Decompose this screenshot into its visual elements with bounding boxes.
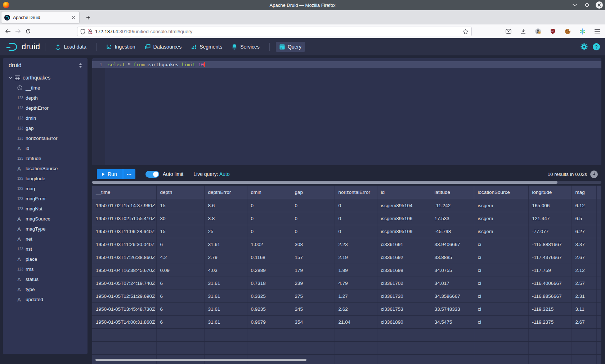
url-bar[interactable]: 172.18.0.4:30109/unified-console.html#qu… [77,27,472,36]
cell-id[interactable]: iscgem895104 [377,199,431,212]
cell-horizontalError[interactable]: 2.23 [335,238,377,251]
back-icon[interactable] [3,26,13,36]
cell-longitude[interactable]: -115.8881667 [528,238,572,251]
forward-icon[interactable] [13,26,23,36]
cell-dmin[interactable]: 0 [247,199,291,212]
cell-depth[interactable]: 6 [156,315,204,328]
cell-longitude[interactable]: -119.3215 [528,302,572,315]
cell-horizontalError[interactable]: 1.27 [335,290,377,302]
cell-locationSource[interactable]: iscgem [474,225,528,238]
cell-latitude[interactable]: 34.5475 [431,315,474,328]
settings-gear-icon[interactable] [581,43,588,50]
cell-dmin[interactable]: 0 [247,212,291,225]
cell-horizontalError[interactable]: 4.79 [335,277,377,290]
cell-mag[interactable]: 3.37 [572,238,596,251]
cell-gap[interactable]: 275 [291,290,335,302]
scrollbar-thumb[interactable] [92,181,557,184]
cell-dmin[interactable]: 0.1168 [247,251,291,264]
sidebar-column-depth[interactable]: 123depth [3,93,88,103]
sidebar-column-type[interactable]: Atype [3,284,88,294]
druid-brand[interactable]: druid [6,42,40,52]
nav-segments[interactable]: Segments [187,42,226,52]
cell-id[interactable]: ci3361698 [377,264,431,277]
cell-__time[interactable]: 1950-01-05T14:00:31.860Z [92,315,156,328]
sidebar-column-latitude[interactable]: 123latitude [3,153,88,163]
cookie-icon[interactable] [563,26,573,36]
cell-gap[interactable]: 239 [291,277,335,290]
sidebar-column-mag[interactable]: 123mag [3,183,88,194]
cell-horizontalError[interactable]: 2.19 [335,251,377,264]
cell-gap[interactable]: 354 [291,315,335,328]
cell-longitude[interactable]: -116.4006667 [528,277,572,290]
cell-mag[interactable]: 3.11 [572,302,596,315]
downloads-icon[interactable] [518,26,528,36]
column-header-locationSource[interactable]: locationSource [474,186,528,199]
cell-latitude[interactable]: 33.8885 [431,251,474,264]
column-header-latitude[interactable]: latitude [431,186,474,199]
cell-depthError[interactable]: 31.61 [204,277,247,290]
column-header-gap[interactable]: gap [291,186,335,199]
cell-id[interactable]: iscgem895109 [377,225,431,238]
cell-mag[interactable]: 6.27 [572,225,596,238]
sidebar-column-horizontalError[interactable]: 123horizontalError [3,133,88,143]
cell-longitude[interactable]: -117.759 [528,264,572,277]
help-icon[interactable]: ? [593,43,600,50]
shield-icon[interactable] [80,29,85,35]
cell-depthError[interactable]: 31.61 [204,290,247,302]
reload-icon[interactable] [23,26,33,36]
cell-dmin[interactable]: 0.2889 [247,264,291,277]
sidebar-column-depthError[interactable]: 123depthError [3,103,88,113]
cell-depth[interactable]: 6 [156,290,204,302]
cell-depth[interactable]: 0.09 [156,264,204,277]
cell-depthError[interactable]: 4.03 [204,264,247,277]
column-header-longitude[interactable]: longitude [528,186,572,199]
cell-mag[interactable]: 6.5 [572,212,596,225]
pocket-icon[interactable] [503,26,514,36]
column-header-horizontalError[interactable]: horizontalError [335,186,377,199]
sidebar-column-magSource[interactable]: AmagSource [3,214,88,224]
cell-id[interactable]: ci3361753 [377,302,431,315]
cell-depth[interactable]: 15 [156,199,204,212]
nav-ingestion[interactable]: Ingestion [103,42,139,52]
cell-gap[interactable]: 179 [291,264,335,277]
cell-horizontalError[interactable]: 2.62 [335,302,377,315]
cell-mag[interactable]: 2.57 [572,277,596,290]
cell-gap[interactable]: 0 [291,225,335,238]
sidebar-column-magError[interactable]: 123magError [3,194,88,204]
cell-locationSource[interactable]: iscgem [474,199,528,212]
cell-depth[interactable]: 6 [156,302,204,315]
cell-latitude[interactable]: 34.0755 [431,264,474,277]
sidebar-column-magType[interactable]: AmagType [3,224,88,234]
download-results-icon[interactable] [590,170,598,178]
sidebar-column-nst[interactable]: 123nst [3,244,88,254]
cell-__time[interactable]: 1950-01-05T12:51:29.690Z [92,290,156,302]
column-header-depth[interactable]: depth [156,186,204,199]
sidebar-column-__time[interactable]: __time [3,83,88,93]
window-maximize-icon[interactable] [583,1,591,9]
cell-locationSource[interactable]: ci [474,251,528,264]
cell-locationSource[interactable]: ci [474,290,528,302]
sql-text[interactable]: select * from earthquakes limit 10 [108,62,205,67]
nav-services[interactable]: Services [228,42,263,52]
cell-latitude[interactable]: 17.533 [431,212,474,225]
cell-depthError[interactable]: 2.79 [204,251,247,264]
nav-query[interactable]: Query [276,42,305,52]
cell-mag[interactable]: 2.12 [572,264,596,277]
cell-horizontalError[interactable]: 1.89 [335,264,377,277]
cell-depthError[interactable]: 8.6 [204,199,247,212]
cell-horizontalError[interactable]: 0 [335,212,377,225]
column-header-mag[interactable]: mag [572,186,596,199]
cell-gap[interactable]: 245 [291,302,335,315]
cell-dmin[interactable]: 0.9235 [247,302,291,315]
cell-__time[interactable]: 1950-01-03T17:26:38.860Z [92,251,156,264]
sidebar-column-locationSource[interactable]: AlocationSource [3,163,88,173]
sidebar-column-status[interactable]: Astatus [3,274,88,284]
cell-__time[interactable]: 1950-01-02T15:14:37.960Z [92,199,156,212]
sidebar-column-place[interactable]: Aplace [3,254,88,264]
cell-depth[interactable]: 15 [156,225,204,238]
cell-gap[interactable]: 308 [291,238,335,251]
url-text[interactable]: 172.18.0.4:30109/unified-console.html#qu… [95,29,463,34]
sidebar-column-updated[interactable]: Aupdated [3,294,88,304]
results-top-scrollbar[interactable] [92,181,601,184]
cell-__time[interactable]: 1950-01-05T13:45:48.730Z [92,302,156,315]
